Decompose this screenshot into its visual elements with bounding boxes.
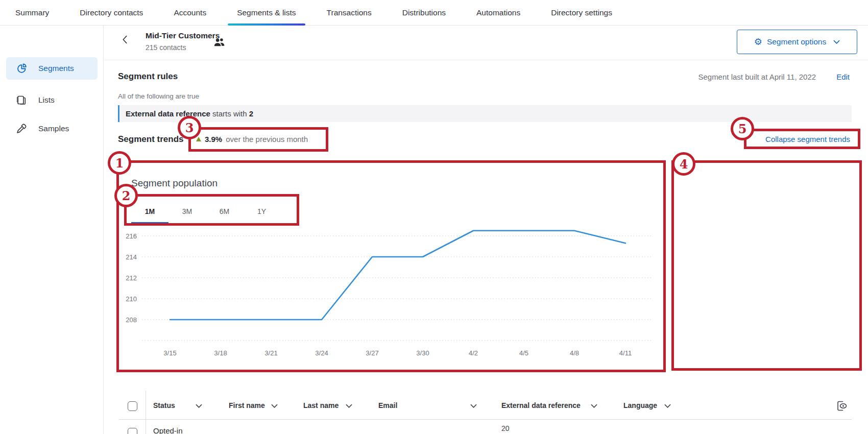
chevron-down-icon [833, 40, 840, 44]
column-header-email[interactable]: Email [378, 401, 397, 409]
range-tab-3m[interactable]: 3M [168, 200, 206, 223]
x-axis-tick-label: 4/2 [469, 349, 478, 357]
nav-tab-summary[interactable]: Summary [15, 0, 49, 25]
nav-tab-directory-settings[interactable]: Directory settings [551, 0, 612, 25]
nav-tab-accounts[interactable]: Accounts [174, 0, 206, 25]
segment-title: Mid-Tier Customers [146, 30, 220, 41]
row-status-cell: Opted-in [153, 426, 183, 434]
directory-segment-page: SummaryDirectory contactsAccountsSegment… [0, 0, 868, 434]
contacts-people-icon [213, 36, 226, 49]
range-tab-1m[interactable]: 1M [131, 200, 168, 223]
column-header-last-name[interactable]: Last name [303, 401, 339, 409]
segment-rule: External data reference starts with 2 [118, 105, 852, 122]
x-axis-tick-label: 3/24 [315, 349, 328, 357]
x-axis-tick-label: 4/5 [519, 349, 528, 357]
triangle-up-icon [196, 137, 201, 141]
stat-cards-panel: New contacts in last month8Churn in last… [671, 160, 862, 371]
rule-operator: starts with [212, 109, 247, 118]
nav-tab-label: Segments & lists [237, 8, 296, 17]
dropper-icon [15, 123, 28, 135]
nav-tab-distributions[interactable]: Distributions [402, 0, 446, 25]
nav-tab-directory-contacts[interactable]: Directory contacts [80, 0, 143, 25]
x-axis-tick-label: 3/15 [163, 349, 176, 357]
x-axis-tick-label: 3/27 [366, 349, 378, 357]
sidebar-item-label: Lists [38, 95, 55, 105]
x-axis-tick-label: 4/8 [570, 349, 579, 357]
notebook-icon [15, 94, 28, 106]
sidebar-item-segments[interactable]: Segments [6, 57, 98, 80]
nav-tab-automations[interactable]: Automations [476, 0, 520, 25]
chevron-down-icon[interactable] [591, 404, 597, 408]
collapse-segment-trends-link[interactable]: Collapse segment trends [765, 135, 850, 143]
back-button[interactable] [117, 32, 132, 46]
nav-tab-segments-lists[interactable]: Segments & lists [237, 0, 296, 25]
column-header-status[interactable]: Status [153, 401, 175, 409]
nav-tab-label: Automations [476, 8, 520, 17]
x-axis-tick-label: 3/18 [214, 349, 227, 357]
edit-link[interactable]: Edit [836, 73, 850, 81]
header-divider [104, 60, 868, 60]
y-axis-tick-label: 212 [126, 274, 137, 282]
segment-trends-heading: Segment trends [118, 134, 183, 144]
chevron-down-icon[interactable] [664, 404, 671, 408]
chevron-down-icon[interactable] [470, 404, 477, 408]
nav-tab-transactions[interactable]: Transactions [327, 0, 372, 25]
chevron-down-icon[interactable] [271, 404, 278, 408]
row-checkbox[interactable] [128, 428, 137, 434]
select-all-checkbox[interactable] [128, 401, 137, 411]
nav-tab-label: Summary [15, 8, 49, 17]
segment-options-button[interactable]: ⚙ Segment options [737, 30, 857, 54]
sidebar-item-lists[interactable]: Lists [6, 89, 98, 111]
range-tab-1y[interactable]: 1Y [243, 200, 280, 223]
trend-delta: 3.9% over the previous month [196, 135, 308, 143]
nav-tab-label: Transactions [327, 8, 372, 17]
segment-options-label: Segment options [767, 37, 826, 46]
nav-tab-label: Distributions [402, 8, 446, 17]
x-axis-tick-label: 4/11 [619, 349, 632, 357]
table-header-divider [119, 419, 852, 420]
annotation-circle-1: 1 [108, 151, 131, 175]
row-external-data-reference-cell: 20 [501, 424, 510, 432]
segment-rules-meta: Segment last built at April 11, 2022 Edi… [698, 73, 850, 81]
nav-tab-label: Accounts [174, 8, 206, 17]
pie-chart-icon [15, 62, 28, 75]
chevron-down-icon[interactable] [346, 404, 352, 408]
y-axis-tick-label: 208 [126, 316, 137, 324]
y-axis-tick-label: 216 [126, 232, 137, 240]
column-header-language[interactable]: Language [623, 401, 657, 409]
gear-icon: ⚙ [754, 37, 762, 46]
trend-delta-percent: 3.9% [205, 135, 222, 143]
x-axis-tick-label: 3/21 [264, 349, 277, 357]
sidebar: Hide menu SegmentsListsSamples [0, 26, 104, 434]
sidebar-item-label: Samples [38, 124, 69, 133]
chevron-down-icon[interactable] [196, 404, 202, 408]
segment-population-chart: 2162142122102083/153/183/213/243/273/304… [116, 227, 659, 360]
y-axis-tick-label: 214 [126, 253, 137, 261]
column-header-first-name[interactable]: First name [229, 401, 265, 409]
last-built-text: Segment last built at April 11, 2022 [698, 73, 816, 81]
table-column-divider [146, 391, 146, 434]
segment-rules-heading: Segment rules [118, 71, 178, 82]
chart-title: Segment population [131, 178, 218, 189]
segment-contact-count: 215 contacts [146, 42, 186, 53]
rule-field: External data reference [126, 109, 210, 118]
nav-tab-label: Directory contacts [80, 8, 143, 17]
trend-delta-suffix: over the previous month [226, 135, 308, 143]
manage-columns-icon[interactable] [834, 399, 849, 413]
active-tab-gradient-underline [228, 23, 305, 26]
active-tab-underline [131, 222, 168, 224]
range-tab-6m[interactable]: 6M [206, 200, 243, 223]
rule-condition-intro: All of the following are true [118, 92, 199, 100]
sidebar-item-label: Segments [38, 64, 74, 73]
rule-value: 2 [249, 109, 253, 118]
x-axis-tick-label: 3/30 [416, 349, 429, 357]
y-axis-tick-label: 210 [126, 295, 137, 303]
nav-tab-label: Directory settings [551, 8, 612, 17]
segment-population-line [170, 231, 625, 320]
sidebar-item-samples[interactable]: Samples [6, 117, 98, 140]
top-navigation: SummaryDirectory contactsAccountsSegment… [0, 0, 868, 26]
column-header-external-data-reference[interactable]: External data reference [501, 401, 581, 409]
